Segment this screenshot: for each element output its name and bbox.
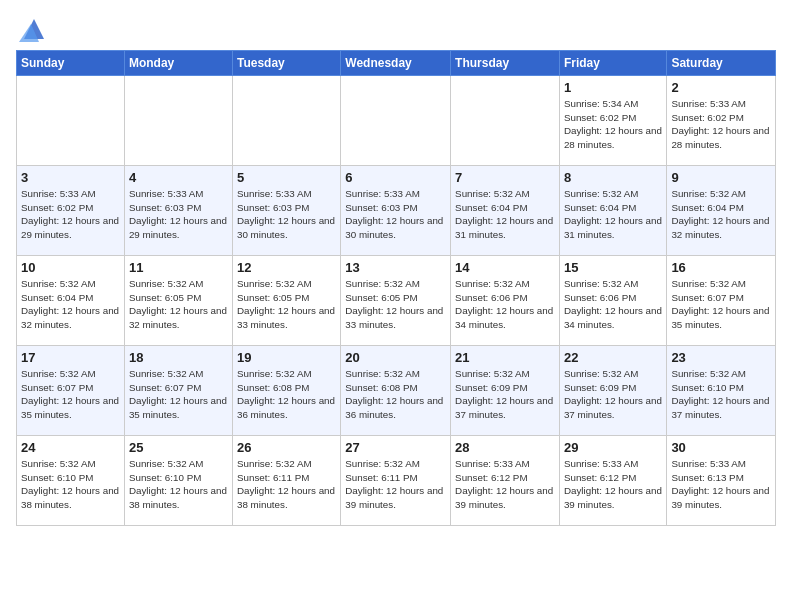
day-info: Sunrise: 5:34 AMSunset: 6:02 PMDaylight:… [564, 97, 662, 152]
calendar-cell: 28Sunrise: 5:33 AMSunset: 6:12 PMDayligh… [451, 436, 560, 526]
day-number: 26 [237, 440, 336, 455]
calendar-cell: 15Sunrise: 5:32 AMSunset: 6:06 PMDayligh… [559, 256, 666, 346]
calendar-cell: 30Sunrise: 5:33 AMSunset: 6:13 PMDayligh… [667, 436, 776, 526]
day-info: Sunrise: 5:33 AMSunset: 6:03 PMDaylight:… [237, 187, 336, 242]
weekday-header-row: SundayMondayTuesdayWednesdayThursdayFrid… [17, 51, 776, 76]
week-row-5: 24Sunrise: 5:32 AMSunset: 6:10 PMDayligh… [17, 436, 776, 526]
day-number: 7 [455, 170, 555, 185]
day-info: Sunrise: 5:32 AMSunset: 6:10 PMDaylight:… [129, 457, 228, 512]
calendar-cell [124, 76, 232, 166]
day-number: 16 [671, 260, 771, 275]
day-info: Sunrise: 5:32 AMSunset: 6:06 PMDaylight:… [564, 277, 662, 332]
calendar-cell: 26Sunrise: 5:32 AMSunset: 6:11 PMDayligh… [232, 436, 340, 526]
day-info: Sunrise: 5:32 AMSunset: 6:07 PMDaylight:… [671, 277, 771, 332]
day-number: 11 [129, 260, 228, 275]
day-info: Sunrise: 5:32 AMSunset: 6:11 PMDaylight:… [237, 457, 336, 512]
calendar-cell: 8Sunrise: 5:32 AMSunset: 6:04 PMDaylight… [559, 166, 666, 256]
logo [16, 12, 49, 44]
day-number: 10 [21, 260, 120, 275]
day-info: Sunrise: 5:32 AMSunset: 6:08 PMDaylight:… [237, 367, 336, 422]
day-info: Sunrise: 5:32 AMSunset: 6:07 PMDaylight:… [21, 367, 120, 422]
day-number: 21 [455, 350, 555, 365]
day-info: Sunrise: 5:32 AMSunset: 6:10 PMDaylight:… [21, 457, 120, 512]
day-info: Sunrise: 5:32 AMSunset: 6:06 PMDaylight:… [455, 277, 555, 332]
day-number: 28 [455, 440, 555, 455]
day-number: 14 [455, 260, 555, 275]
calendar-cell: 14Sunrise: 5:32 AMSunset: 6:06 PMDayligh… [451, 256, 560, 346]
day-info: Sunrise: 5:32 AMSunset: 6:11 PMDaylight:… [345, 457, 446, 512]
day-info: Sunrise: 5:33 AMSunset: 6:03 PMDaylight:… [345, 187, 446, 242]
calendar-cell: 16Sunrise: 5:32 AMSunset: 6:07 PMDayligh… [667, 256, 776, 346]
header [16, 12, 776, 44]
calendar-cell: 24Sunrise: 5:32 AMSunset: 6:10 PMDayligh… [17, 436, 125, 526]
week-row-4: 17Sunrise: 5:32 AMSunset: 6:07 PMDayligh… [17, 346, 776, 436]
day-number: 12 [237, 260, 336, 275]
day-info: Sunrise: 5:33 AMSunset: 6:02 PMDaylight:… [21, 187, 120, 242]
day-info: Sunrise: 5:33 AMSunset: 6:12 PMDaylight:… [455, 457, 555, 512]
day-number: 4 [129, 170, 228, 185]
day-number: 23 [671, 350, 771, 365]
calendar-cell: 3Sunrise: 5:33 AMSunset: 6:02 PMDaylight… [17, 166, 125, 256]
weekday-header-saturday: Saturday [667, 51, 776, 76]
day-info: Sunrise: 5:32 AMSunset: 6:05 PMDaylight:… [345, 277, 446, 332]
calendar-cell [341, 76, 451, 166]
day-number: 22 [564, 350, 662, 365]
day-number: 1 [564, 80, 662, 95]
day-info: Sunrise: 5:33 AMSunset: 6:13 PMDaylight:… [671, 457, 771, 512]
calendar-cell: 1Sunrise: 5:34 AMSunset: 6:02 PMDaylight… [559, 76, 666, 166]
calendar-cell: 6Sunrise: 5:33 AMSunset: 6:03 PMDaylight… [341, 166, 451, 256]
calendar-cell: 17Sunrise: 5:32 AMSunset: 6:07 PMDayligh… [17, 346, 125, 436]
day-number: 19 [237, 350, 336, 365]
day-number: 2 [671, 80, 771, 95]
calendar-cell: 5Sunrise: 5:33 AMSunset: 6:03 PMDaylight… [232, 166, 340, 256]
day-number: 13 [345, 260, 446, 275]
day-number: 9 [671, 170, 771, 185]
day-number: 20 [345, 350, 446, 365]
calendar-cell: 25Sunrise: 5:32 AMSunset: 6:10 PMDayligh… [124, 436, 232, 526]
calendar-cell: 2Sunrise: 5:33 AMSunset: 6:02 PMDaylight… [667, 76, 776, 166]
weekday-header-friday: Friday [559, 51, 666, 76]
day-number: 27 [345, 440, 446, 455]
day-number: 17 [21, 350, 120, 365]
calendar-cell: 18Sunrise: 5:32 AMSunset: 6:07 PMDayligh… [124, 346, 232, 436]
day-number: 29 [564, 440, 662, 455]
day-info: Sunrise: 5:32 AMSunset: 6:10 PMDaylight:… [671, 367, 771, 422]
calendar-cell: 19Sunrise: 5:32 AMSunset: 6:08 PMDayligh… [232, 346, 340, 436]
day-number: 5 [237, 170, 336, 185]
day-info: Sunrise: 5:32 AMSunset: 6:05 PMDaylight:… [237, 277, 336, 332]
day-info: Sunrise: 5:32 AMSunset: 6:05 PMDaylight:… [129, 277, 228, 332]
calendar-cell: 23Sunrise: 5:32 AMSunset: 6:10 PMDayligh… [667, 346, 776, 436]
weekday-header-tuesday: Tuesday [232, 51, 340, 76]
calendar-cell [451, 76, 560, 166]
day-info: Sunrise: 5:32 AMSunset: 6:09 PMDaylight:… [564, 367, 662, 422]
weekday-header-sunday: Sunday [17, 51, 125, 76]
calendar-cell: 27Sunrise: 5:32 AMSunset: 6:11 PMDayligh… [341, 436, 451, 526]
day-info: Sunrise: 5:32 AMSunset: 6:04 PMDaylight:… [671, 187, 771, 242]
calendar-cell [232, 76, 340, 166]
day-number: 30 [671, 440, 771, 455]
calendar-cell: 7Sunrise: 5:32 AMSunset: 6:04 PMDaylight… [451, 166, 560, 256]
week-row-3: 10Sunrise: 5:32 AMSunset: 6:04 PMDayligh… [17, 256, 776, 346]
day-info: Sunrise: 5:32 AMSunset: 6:04 PMDaylight:… [564, 187, 662, 242]
page: SundayMondayTuesdayWednesdayThursdayFrid… [0, 0, 792, 612]
day-info: Sunrise: 5:32 AMSunset: 6:07 PMDaylight:… [129, 367, 228, 422]
day-number: 8 [564, 170, 662, 185]
calendar-cell: 22Sunrise: 5:32 AMSunset: 6:09 PMDayligh… [559, 346, 666, 436]
calendar-cell: 4Sunrise: 5:33 AMSunset: 6:03 PMDaylight… [124, 166, 232, 256]
calendar-cell: 13Sunrise: 5:32 AMSunset: 6:05 PMDayligh… [341, 256, 451, 346]
logo-icon [19, 14, 49, 44]
calendar-cell: 11Sunrise: 5:32 AMSunset: 6:05 PMDayligh… [124, 256, 232, 346]
day-info: Sunrise: 5:32 AMSunset: 6:09 PMDaylight:… [455, 367, 555, 422]
week-row-1: 1Sunrise: 5:34 AMSunset: 6:02 PMDaylight… [17, 76, 776, 166]
day-info: Sunrise: 5:32 AMSunset: 6:04 PMDaylight:… [21, 277, 120, 332]
day-number: 6 [345, 170, 446, 185]
weekday-header-thursday: Thursday [451, 51, 560, 76]
calendar-cell: 12Sunrise: 5:32 AMSunset: 6:05 PMDayligh… [232, 256, 340, 346]
day-number: 24 [21, 440, 120, 455]
day-number: 15 [564, 260, 662, 275]
calendar-cell: 21Sunrise: 5:32 AMSunset: 6:09 PMDayligh… [451, 346, 560, 436]
week-row-2: 3Sunrise: 5:33 AMSunset: 6:02 PMDaylight… [17, 166, 776, 256]
calendar-cell: 9Sunrise: 5:32 AMSunset: 6:04 PMDaylight… [667, 166, 776, 256]
day-info: Sunrise: 5:32 AMSunset: 6:08 PMDaylight:… [345, 367, 446, 422]
day-info: Sunrise: 5:33 AMSunset: 6:12 PMDaylight:… [564, 457, 662, 512]
